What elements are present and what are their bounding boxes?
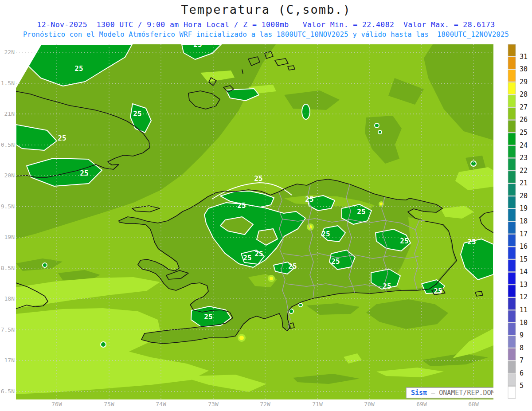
- colorbar-tick-label: 25: [520, 129, 528, 137]
- colorbar-cell: [508, 247, 516, 259]
- lat-tick-label: 1.5N: [1, 80, 15, 86]
- colorbar-tick-label: 29: [520, 78, 528, 86]
- contour-label-25: 25: [237, 201, 246, 210]
- lat-tick-label: 19N: [4, 234, 15, 240]
- colorbar-cell: [508, 348, 516, 360]
- colorbar-cell: [508, 386, 516, 398]
- colorbar-tick-label: 8: [520, 344, 524, 352]
- lon-tick-label: 76W: [51, 401, 62, 407]
- contour-label-25: 25: [400, 237, 408, 245]
- lon-tick-label: 68W: [468, 401, 479, 407]
- colorbar-cell: [508, 336, 516, 348]
- colorbar-cell: [508, 171, 516, 183]
- colorbar-cell: [508, 95, 516, 107]
- colorbar-tick-label: 7: [520, 356, 524, 364]
- colorbar-tick-label: 15: [520, 255, 528, 263]
- colorbar-cell: [508, 57, 516, 69]
- lon-tick-label: 75W: [104, 401, 114, 407]
- lat-tick-label: 7.5N: [1, 326, 15, 333]
- lon-tick-label: 70W: [364, 401, 375, 407]
- colorbar-tick-label: 11: [520, 306, 528, 314]
- colorbar-cell: [508, 44, 516, 56]
- colorbar-cell: [508, 260, 516, 272]
- colorbar-tick-label: 30: [520, 65, 528, 73]
- colorbar-cell: [508, 82, 516, 94]
- lat-tick-label: 9.5N: [1, 203, 15, 210]
- colorbar-tick-label: 20: [520, 192, 528, 200]
- colorbar-tick-label: 24: [520, 141, 528, 149]
- colorbar-tick-label: 12: [520, 293, 528, 301]
- colorbar-cell: [508, 235, 516, 247]
- contour-label-25: 25: [383, 282, 391, 290]
- lon-tick-label: 72W: [260, 401, 270, 407]
- colorbar-cell: [508, 310, 516, 322]
- contour-label-25: 25: [288, 262, 297, 270]
- colorbar-cell: [508, 158, 516, 170]
- contour-label-25: 25: [357, 207, 365, 216]
- contour-label-25: 25: [74, 64, 83, 73]
- contour-label-25: 25: [254, 174, 262, 183]
- contour-label-25: 25: [80, 169, 88, 177]
- lat-tick-label: 8.5N: [1, 265, 15, 271]
- contour-label-25: 25: [321, 230, 330, 238]
- map-plot-area: 25252525252525252525252525252525252525 S…: [16, 40, 500, 399]
- colorbar-tick-label: 22: [520, 167, 528, 175]
- colorbar-tick-label: 19: [520, 204, 528, 212]
- contour-label-25: 25: [305, 195, 313, 204]
- colorbar-tick-label: 27: [520, 103, 528, 111]
- colorbar-tick-label: 9: [520, 331, 524, 339]
- colorbar-tick-label: 14: [520, 268, 528, 276]
- lat-tick-label: 17N: [4, 357, 15, 364]
- weather-map-page: { "header": { "title": "Temperatura (C,s…: [0, 0, 532, 411]
- colorbar-tick-label: 28: [520, 90, 528, 98]
- colorbar-cell: [508, 184, 516, 196]
- colorbar-cell: [508, 146, 516, 158]
- lon-tick-label: 71W: [312, 401, 323, 407]
- colorbar-tick-label: 10: [520, 319, 528, 327]
- lat-tick-label: 20N: [4, 172, 15, 179]
- colorbar-cell: [508, 323, 516, 335]
- contour-label-25: 25: [204, 313, 212, 321]
- colorbar-cell: [508, 361, 516, 373]
- colorbar-tick-label: 18: [520, 217, 528, 225]
- contour-label-25: 25: [58, 134, 66, 142]
- watermark-org: – ONAMET/REP.DOM.: [427, 389, 499, 397]
- contour-label-25: 25: [331, 257, 340, 266]
- contour-label-25: 25: [434, 287, 442, 295]
- colorbar-tick-label: 16: [520, 243, 528, 251]
- lat-tick-label: 6.5N: [1, 388, 15, 395]
- lat-tick-label: 18N: [4, 295, 15, 302]
- contour-label-25: 25: [254, 250, 263, 258]
- watermark-box: Sisπ – ONAMET/REP.DOM.: [406, 388, 500, 398]
- temperature-forecast-map: 25252525252525252525252525252525252525 S…: [0, 0, 532, 411]
- colorbar-cell: [508, 120, 516, 132]
- colorbar-tick-label: 26: [520, 116, 528, 124]
- lat-tick-label: 22N: [4, 49, 15, 55]
- colorbar-tick-label: 17: [520, 230, 528, 238]
- contour-label-25: 25: [193, 40, 202, 49]
- lat-tick-label: 0.5N: [1, 141, 15, 148]
- watermark-brand: Sisπ: [411, 389, 427, 397]
- colorbar-tick-label: 23: [520, 154, 528, 162]
- lat-tick-label: 21N: [4, 110, 15, 117]
- contour-label-25: 25: [133, 110, 141, 118]
- colorbar-cell: [508, 222, 516, 234]
- lon-tick-label: 69W: [416, 401, 427, 407]
- colorbar-cell: [508, 209, 516, 221]
- colorbar-cell: [508, 70, 516, 82]
- colorbar-legend: 3130292827262524232221201918171615141312…: [508, 44, 528, 398]
- colorbar-tick-label: 6: [520, 369, 524, 377]
- colorbar-cell: [508, 374, 516, 386]
- colorbar-cell: [508, 297, 516, 309]
- lon-tick-label: 74W: [156, 401, 166, 407]
- colorbar-tick-label: 13: [520, 281, 528, 289]
- svg-text:Sisπ – ONAMET/REP.DOM.: Sisπ – ONAMET/REP.DOM.: [411, 389, 499, 397]
- colorbar-cell: [508, 133, 516, 145]
- colorbar-tick-label: 21: [520, 179, 528, 187]
- colorbar-cell: [508, 108, 516, 120]
- lon-tick-label: 73W: [208, 401, 219, 407]
- colorbar-cell: [508, 196, 516, 208]
- colorbar-cell: [508, 285, 516, 297]
- contour-label-25: 25: [243, 254, 251, 262]
- contour-label-25: 25: [467, 238, 476, 246]
